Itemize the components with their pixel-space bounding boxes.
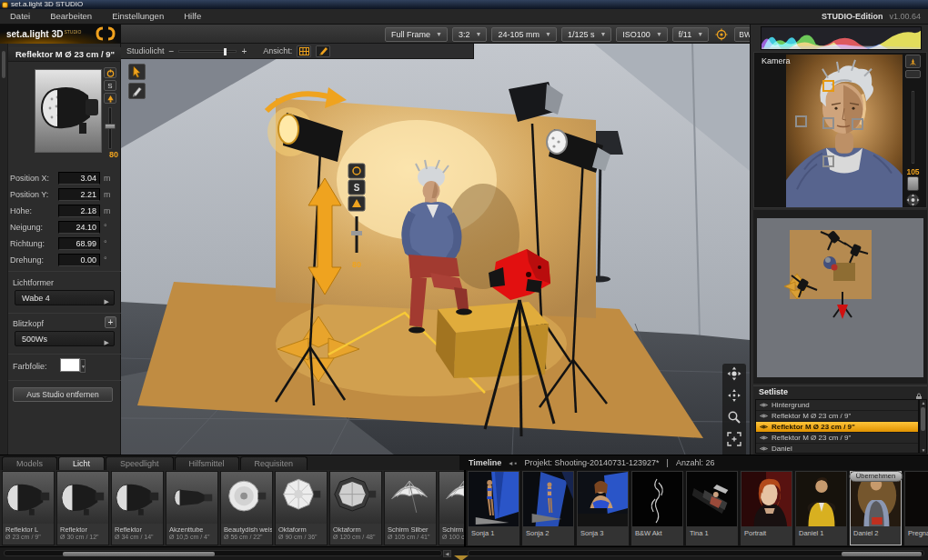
camera-setting-dropdown-4[interactable]: ISO100▼ <box>616 27 667 42</box>
eye-icon[interactable] <box>760 435 768 441</box>
af-point[interactable] <box>795 115 807 127</box>
field-value-input[interactable]: 24.10 <box>58 221 100 234</box>
tab-hilfsmittel[interactable]: Hilfsmittel <box>175 456 239 470</box>
field-value-input[interactable]: 2.18 <box>58 205 100 217</box>
timeline-shot-sonja1[interactable]: Sonja 1 <box>468 471 519 545</box>
light-item-5[interactable]: OktaformØ 90 cm / 36" <box>275 471 328 545</box>
timeline-shot-bw[interactable]: B&W Akt <box>631 471 683 545</box>
remove-from-studio-button[interactable]: Aus Studio entfernen <box>13 387 113 402</box>
light-item-caption: ReflektorØ 34 cm / 14" <box>112 524 163 545</box>
camera-preview-image[interactable] <box>786 55 903 207</box>
blitzkopf-dropdown[interactable]: 500Ws▶ <box>15 331 115 346</box>
timeline-shot-sonja3[interactable]: Sonja 3 <box>577 471 629 545</box>
light-strobe-button[interactable]: S <box>104 80 116 91</box>
timeline-collapse-icon[interactable]: ◂ ▪ <box>509 459 517 467</box>
camera-setting-dropdown-1[interactable]: 3:2▼ <box>452 27 487 42</box>
apply-shot-button[interactable]: Übernehmen <box>849 471 903 482</box>
focus-point-button[interactable] <box>713 27 730 42</box>
grid-view-button[interactable] <box>297 45 311 57</box>
timeline-shot-sonja2[interactable]: Sonja 2 <box>522 471 574 545</box>
orbit-button[interactable] <box>727 366 741 385</box>
tab-licht[interactable]: Licht <box>58 456 105 470</box>
menu-item-datei[interactable]: Datei <box>0 9 40 24</box>
window-titlebar[interactable]: set.a.light 3D STUDIO <box>0 0 928 9</box>
studiolicht-slider-handle[interactable] <box>224 48 227 55</box>
timeline-shot-daniel2[interactable]: Daniel 2Übernehmen <box>850 471 902 545</box>
camera-setting-dropdown-5[interactable]: f/11▼ <box>672 27 709 42</box>
field-value-input[interactable]: 0.00 <box>58 254 100 266</box>
light-power-toggle-button[interactable] <box>104 67 116 78</box>
timeline-shot-image <box>578 472 628 526</box>
eye-icon[interactable] <box>760 424 768 430</box>
setliste-item[interactable]: Reflektor M Ø 23 cm / 9" <box>756 411 918 422</box>
light-item-2[interactable]: ReflektorØ 34 cm / 14" <box>111 471 164 545</box>
modeling-lamp-button[interactable] <box>104 93 116 104</box>
light-item-0[interactable]: Reflektor LØ 23 cm / 9" <box>2 471 55 545</box>
camera-mini-button[interactable] <box>905 70 921 78</box>
draw-view-button[interactable] <box>316 45 330 57</box>
setliste-item[interactable]: Reflektor M Ø 23 cm / 9" <box>756 433 918 444</box>
select-tool-button[interactable] <box>128 64 146 80</box>
eye-icon[interactable] <box>760 445 768 452</box>
light-item-6[interactable]: OktaformØ 120 cm / 48" <box>329 471 382 545</box>
pan-button[interactable] <box>727 388 741 406</box>
focal-length-handle[interactable] <box>907 176 919 191</box>
field-value-input[interactable]: 68.99 <box>58 237 100 250</box>
field-value-input[interactable]: 3.04 <box>58 172 100 185</box>
light-item-3[interactable]: AkzenttubeØ 10,5 cm / 4" <box>166 471 218 545</box>
timeline-shot-pregnant1[interactable]: Pregnant 1 <box>904 471 928 545</box>
studio-3d-viewport[interactable]: S 80 <box>121 44 750 455</box>
menu-item-bearbeiten[interactable]: Bearbeiten <box>40 9 102 24</box>
timeline-shot-tina[interactable]: Tina 1 <box>686 471 738 545</box>
light-browser-scrollbar[interactable] <box>4 550 442 556</box>
light-item-4[interactable]: Beautydish weissØ 56 cm / 22" <box>220 471 273 545</box>
cursor-icon <box>131 65 143 78</box>
light-item-1[interactable]: ReflektorØ 30 cm / 12" <box>56 471 109 545</box>
timeline-scrollbar[interactable] <box>468 550 924 556</box>
af-point[interactable] <box>852 118 863 130</box>
tab-requisiten[interactable]: Requisiten <box>240 456 308 470</box>
setliste-item[interactable]: Reflektor M Ø 23 cm / 9" <box>756 422 918 433</box>
studiolicht-slider[interactable] <box>178 50 237 53</box>
light-power-slider-handle[interactable] <box>105 124 116 129</box>
af-point[interactable] <box>822 155 834 167</box>
studiolicht-plus-button[interactable]: + <box>241 46 247 56</box>
timeline-shot-name: Daniel 2 <box>853 529 898 537</box>
setliste-item[interactable]: Hintergrund <box>756 400 918 411</box>
fit-view-button[interactable] <box>727 432 741 450</box>
menu-item-hilfe[interactable]: Hilfe <box>174 9 211 24</box>
setliste-item[interactable]: Daniel <box>756 444 918 454</box>
field-value-input[interactable]: 2.21 <box>58 188 100 201</box>
collapse-panel-chevron[interactable] <box>454 555 469 560</box>
timeline-label[interactable]: Timeline <box>469 458 501 467</box>
af-point-active[interactable] <box>822 80 834 92</box>
tab-models[interactable]: Models <box>2 456 57 470</box>
draw-tool-button[interactable] <box>128 83 146 99</box>
camera-setting-dropdown-3[interactable]: 1/125 s▼ <box>561 27 611 42</box>
scrollbar-thumb[interactable] <box>63 552 215 556</box>
tripod-height-button[interactable] <box>905 55 921 68</box>
menu-item-einstellungen[interactable]: Einstellungen <box>102 9 174 24</box>
camera-setting-dropdown-0[interactable]: Full Frame▼ <box>385 27 448 42</box>
octa-icon <box>276 472 327 524</box>
eye-icon[interactable] <box>760 413 768 419</box>
studio-top-view-map[interactable] <box>753 210 927 384</box>
farbfolie-color-swatch[interactable]: ▼ <box>60 358 80 372</box>
tab-speedlight[interactable]: Speedlight <box>106 456 174 470</box>
setliste-scrollbar[interactable]: ▲▼ <box>919 399 927 454</box>
focal-length-slider[interactable] <box>912 91 914 164</box>
camera-setting-dropdown-2[interactable]: 24-105 mm▼ <box>491 27 556 42</box>
scroll-left-button[interactable]: ◀ <box>443 550 451 557</box>
camera-dpad[interactable] <box>903 193 923 207</box>
light-item-7[interactable]: Schirm SilberØ 105 cm / 41" <box>384 471 437 545</box>
scrollbar-thumb[interactable] <box>842 552 922 556</box>
add-blitzkopf-button[interactable]: + <box>105 316 116 328</box>
timeline-shot-portrait[interactable]: Portrait <box>741 471 792 545</box>
studiolicht-minus-button[interactable]: − <box>169 46 175 56</box>
zoom-button[interactable] <box>727 410 741 428</box>
light-item-caption: ReflektorØ 30 cm / 12" <box>57 524 108 545</box>
af-point[interactable] <box>822 117 834 129</box>
eye-icon[interactable] <box>760 402 768 408</box>
timeline-shot-daniel1[interactable]: Daniel 1 <box>795 471 847 545</box>
lichtformer-dropdown[interactable]: Wabe 4▶ <box>15 290 115 305</box>
